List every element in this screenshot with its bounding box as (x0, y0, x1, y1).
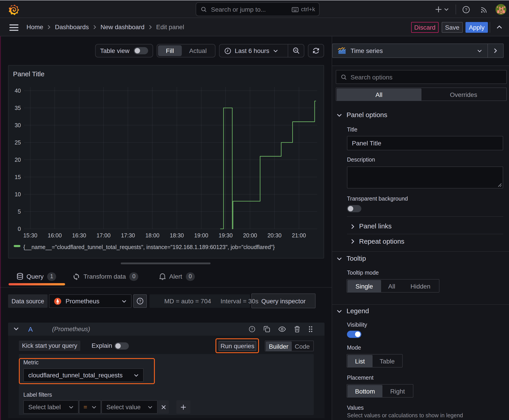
svg-text:15:30: 15:30 (23, 232, 38, 239)
svg-text:30: 30 (15, 122, 21, 128)
svg-text:16:30: 16:30 (72, 232, 86, 239)
svg-text:20:00: 20:00 (243, 232, 257, 239)
svg-text:?: ? (465, 8, 467, 12)
svg-text:17:30: 17:30 (121, 232, 135, 239)
svg-text:19:00: 19:00 (194, 232, 208, 239)
svg-text:15: 15 (15, 174, 21, 180)
svg-text:16:00: 16:00 (48, 232, 62, 239)
svg-text:35: 35 (15, 105, 21, 111)
svg-text:21:00: 21:00 (292, 232, 306, 239)
svg-text:?: ? (251, 327, 253, 331)
svg-text:17:00: 17:00 (97, 232, 111, 239)
svg-text:0: 0 (18, 226, 21, 232)
svg-text:20: 20 (15, 157, 21, 163)
svg-text:10: 10 (15, 191, 21, 197)
svg-text:18:30: 18:30 (170, 232, 184, 239)
svg-text:{__name__="cloudflared_tunnel_: {__name__="cloudflared_tunnel_total_requ… (23, 244, 275, 250)
svg-text:40: 40 (15, 88, 21, 94)
svg-text:5: 5 (18, 209, 21, 215)
svg-text:25: 25 (15, 139, 21, 146)
svg-text:18:00: 18:00 (145, 232, 160, 239)
svg-text:19:30: 19:30 (219, 232, 233, 239)
svg-text:20:30: 20:30 (267, 232, 282, 239)
svg-text:?: ? (139, 299, 141, 304)
